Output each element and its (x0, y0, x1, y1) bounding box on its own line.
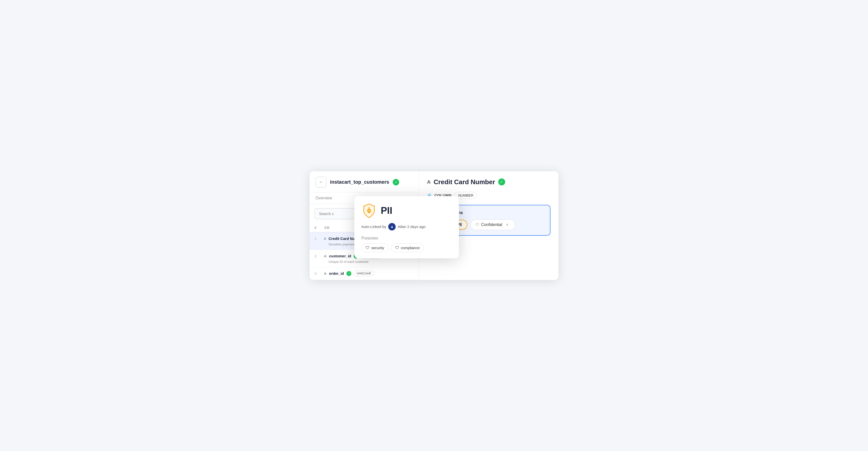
row-type-tag: VARCHAR (354, 271, 374, 276)
row-number: 3 (315, 272, 321, 275)
confidential-tag-label: Confidential (481, 222, 502, 227)
back-icon: ← (319, 179, 323, 185)
dataset-verified-icon: ✓ (393, 179, 399, 185)
back-button[interactable]: ← (315, 177, 327, 188)
row-number: 2 (315, 254, 321, 258)
shield-icon: 🛡 (395, 246, 399, 250)
dataset-title: instacart_top_customers (330, 179, 389, 185)
purposes-title: Purposes (361, 236, 452, 240)
autolinked-text: Auto-Linked by (361, 224, 386, 229)
purpose-tag-compliance[interactable]: 🛡 compliance (391, 243, 424, 252)
row-type-icon: A (324, 271, 327, 275)
header: ← instacart_top_customers ✓ (310, 171, 419, 192)
confidential-shield-icon: 🛡 (475, 222, 479, 227)
atlan-avatar: a (388, 223, 396, 231)
atlan-label: Atlan 2 days ago (398, 224, 426, 229)
pii-header: PII (361, 203, 452, 218)
checkmark-icon: ✓ (395, 180, 397, 184)
row-name: customer_id (329, 254, 351, 258)
close-icon: × (506, 222, 508, 227)
row-description: Unique ID of each customer (329, 260, 414, 264)
row-type-icon: A (324, 254, 327, 258)
table-row[interactable]: 3 A order_id ✓ VARCHAR (310, 267, 419, 280)
right-title: Credit Card Number (434, 178, 495, 186)
confidential-classification-tag[interactable]: 🛡 Confidential × (470, 219, 516, 230)
pii-shield-icon (361, 203, 377, 218)
main-container: ← instacart_top_customers ✓ Overview # C… (310, 171, 558, 280)
col-header-num: # (315, 226, 321, 230)
col-type-icon: A (427, 179, 431, 185)
purposes-tags: 🛡 security 🛡 compliance (361, 243, 452, 252)
row-verified-icon: ✓ (346, 271, 351, 276)
pii-popup: PII Auto-Linked by a Atlan 2 days ago Pu… (354, 196, 459, 258)
row-name: order_id (329, 271, 344, 275)
row-number: 1 (315, 237, 321, 241)
purpose-tag-security[interactable]: 🛡 security (361, 243, 389, 252)
purpose-label: compliance (401, 246, 420, 250)
pii-title: PII (381, 205, 392, 216)
right-verified-icon: ✓ (498, 178, 505, 185)
right-header: A Credit Card Number ✓ (427, 178, 551, 186)
remove-confidential-button[interactable]: × (504, 222, 510, 228)
row-type-icon: # (324, 236, 326, 241)
shield-icon: 🛡 (366, 246, 370, 250)
purpose-label: security (371, 246, 384, 250)
pii-autolinked: Auto-Linked by a Atlan 2 days ago (361, 223, 452, 231)
row-top: 3 A order_id ✓ VARCHAR (315, 271, 414, 276)
